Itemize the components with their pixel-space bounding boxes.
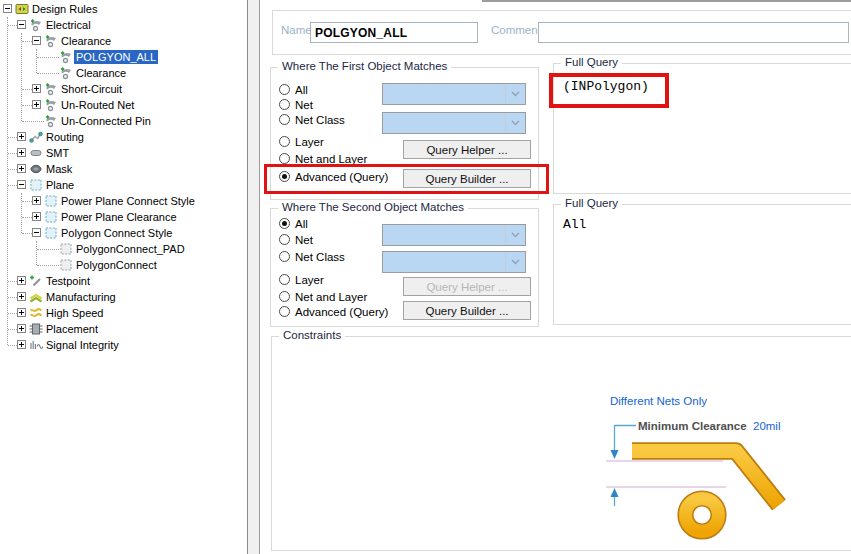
tree-item-clearance[interactable]: Clearance: [0, 33, 247, 49]
expand-plus-icon[interactable]: [32, 196, 41, 205]
tree-guide-stub: [22, 89, 32, 90]
pcb-rules-editor-window: Design RulesElectricalClearancePOLGYON_A…: [0, 0, 851, 554]
tree-item-label: Placement: [44, 322, 100, 336]
radio-button-icon[interactable]: [279, 218, 290, 229]
tree-item-placement[interactable]: Placement: [0, 321, 247, 337]
expand-plus-icon[interactable]: [17, 324, 26, 333]
name-input[interactable]: [310, 22, 478, 43]
mask-icon: [29, 162, 43, 176]
tree-item-testpoint[interactable]: Testpoint: [0, 273, 247, 289]
tree-item-routing[interactable]: Routing: [0, 129, 247, 145]
tree-item-un-connected-pin[interactable]: Un-Connected Pin: [0, 113, 247, 129]
tree-item-polygonconnect-pad[interactable]: PolygonConnect_PAD: [0, 241, 247, 257]
second-radio-advanced-query[interactable]: Advanced (Query): [279, 305, 388, 318]
second-radio-layer[interactable]: Layer: [279, 273, 324, 286]
expand-plus-icon[interactable]: [32, 84, 41, 93]
collapse-minus-icon[interactable]: [3, 4, 12, 13]
tree-item-label: SMT: [44, 146, 71, 160]
tree-item-power-plane-clearance[interactable]: Power Plane Clearance: [0, 209, 247, 225]
radio-button-icon[interactable]: [279, 306, 290, 317]
tree-item-mask[interactable]: Mask: [0, 161, 247, 177]
first-radio-net[interactable]: Net: [279, 98, 313, 111]
smt-icon: [29, 146, 43, 160]
tree-item-short-circuit[interactable]: Short-Circuit: [0, 81, 247, 97]
radio-button-icon[interactable]: [279, 234, 290, 245]
second-object-group: Where The Second Object Matches AllNetNe…: [270, 208, 539, 327]
tree-item-high-speed[interactable]: High Speed: [0, 305, 247, 321]
plane-icon: [29, 178, 43, 192]
second-net-combo[interactable]: [382, 224, 526, 246]
tree-item-manufacturing[interactable]: Manufacturing: [0, 289, 247, 305]
radio-button-icon[interactable]: [279, 99, 290, 110]
expand-plus-icon[interactable]: [17, 308, 26, 317]
first-radio-all[interactable]: All: [279, 83, 308, 96]
tree-item-label: Power Plane Connect Style: [59, 194, 197, 208]
tree-item-polygonconnect[interactable]: PolygonConnect: [0, 257, 247, 273]
second-object-title: Where The Second Object Matches: [278, 201, 468, 213]
first-query-helper-button[interactable]: Query Helper ...: [403, 140, 531, 159]
radio-button-icon[interactable]: [279, 84, 290, 95]
collapse-minus-icon[interactable]: [17, 180, 26, 189]
first-netclass-combo[interactable]: [382, 112, 526, 134]
up-arrow-icon: [611, 488, 619, 497]
tree-item-signal-integrity[interactable]: Signal Integrity: [0, 337, 247, 353]
tree-item-label: Design Rules: [30, 2, 99, 16]
tree-item-label: Un-Routed Net: [59, 98, 136, 112]
first-radio-layer[interactable]: Layer: [279, 135, 324, 148]
second-radio-net-and-layer[interactable]: Net and Layer: [279, 290, 367, 303]
expand-plus-icon[interactable]: [17, 292, 26, 301]
signal-integrity-icon: [29, 338, 43, 352]
electrical-rule-icon: [59, 66, 73, 80]
second-netclass-combo[interactable]: [382, 251, 526, 273]
chevron-down-icon: [505, 225, 525, 245]
tree-item-un-routed-net[interactable]: Un-Routed Net: [0, 97, 247, 113]
tree-item-clearance[interactable]: Clearance: [0, 65, 247, 81]
radio-button-icon[interactable]: [279, 291, 290, 302]
tree-item-label: PolygonConnect: [74, 258, 159, 272]
tree-item-plane[interactable]: Plane: [0, 177, 247, 193]
inpolygon-highlight: [549, 73, 669, 108]
collapse-minus-icon[interactable]: [32, 36, 41, 45]
tree-item-electrical[interactable]: Electrical: [0, 17, 247, 33]
full-query-second-title: Full Query: [561, 197, 622, 209]
expand-plus-icon[interactable]: [17, 132, 26, 141]
chevron-down-icon: [505, 252, 525, 272]
expand-plus-icon[interactable]: [17, 148, 26, 157]
comment-input[interactable]: [538, 22, 849, 43]
second-radio-net-class[interactable]: Net Class: [279, 250, 345, 263]
radio-button-icon[interactable]: [279, 251, 290, 262]
radio-label: Net and Layer: [295, 153, 367, 165]
expand-plus-icon[interactable]: [32, 212, 41, 221]
tree-guide-stub: [22, 217, 32, 218]
tree-item-power-plane-connect-style[interactable]: Power Plane Connect Style: [0, 193, 247, 209]
expand-plus-icon[interactable]: [17, 276, 26, 285]
radio-button-icon[interactable]: [279, 114, 290, 125]
tree-item-label: Routing: [44, 130, 86, 144]
tree-item-polygon-connect-style[interactable]: Polygon Connect Style: [0, 225, 247, 241]
manufacturing-icon: [29, 290, 43, 304]
radio-button-icon[interactable]: [279, 153, 290, 164]
down-arrow-icon: [611, 450, 619, 459]
collapse-minus-icon[interactable]: [32, 228, 41, 237]
tree-item-design-rules[interactable]: Design Rules: [0, 1, 247, 17]
second-query-builder-button[interactable]: Query Builder ...: [403, 301, 531, 320]
second-radio-net[interactable]: Net: [279, 233, 313, 246]
radio-label: Layer: [295, 136, 324, 148]
chevron-down-icon: [505, 84, 525, 104]
tree-item-smt[interactable]: SMT: [0, 145, 247, 161]
tree-item-polgyon-all[interactable]: POLGYON_ALL: [0, 49, 247, 65]
first-net-combo[interactable]: [382, 83, 526, 105]
expand-plus-icon[interactable]: [17, 340, 26, 349]
radio-button-icon[interactable]: [279, 274, 290, 285]
first-radio-net-class[interactable]: Net Class: [279, 113, 345, 126]
full-query-first-title: Full Query: [561, 56, 622, 68]
plane-icon: [44, 210, 58, 224]
plane-icon: [44, 226, 58, 240]
expand-plus-icon[interactable]: [32, 100, 41, 109]
panel-splitter[interactable]: [248, 0, 260, 554]
tree-item-label: High Speed: [44, 306, 106, 320]
second-radio-all[interactable]: All: [279, 217, 308, 230]
radio-button-icon[interactable]: [279, 136, 290, 147]
expand-plus-icon[interactable]: [17, 164, 26, 173]
collapse-minus-icon[interactable]: [17, 20, 26, 29]
